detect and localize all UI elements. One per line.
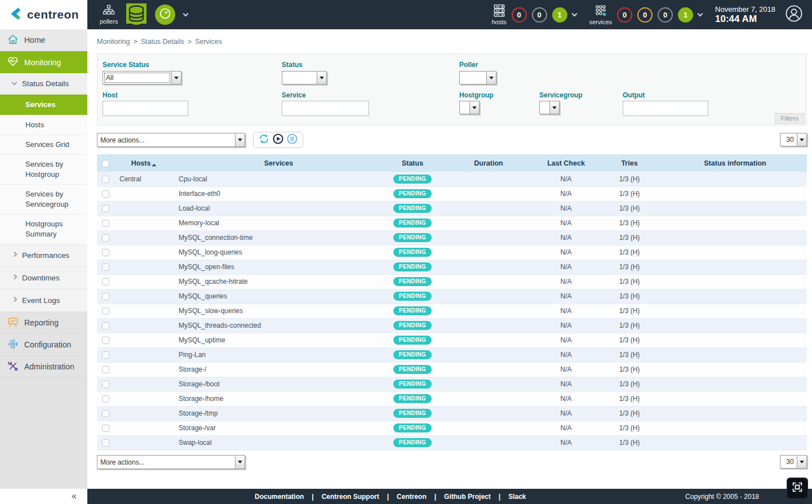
sidebar-item-services-by-servicegroup[interactable]: Services by Servicegroup xyxy=(0,185,87,215)
page-size-select-bottom[interactable]: 30 xyxy=(780,455,807,469)
host-name-cell[interactable] xyxy=(114,245,173,260)
service-name-cell[interactable]: MySQL_slow-queries xyxy=(173,304,384,318)
service-name-cell[interactable]: Storage-/var xyxy=(173,421,384,435)
play-icon[interactable] xyxy=(272,133,284,147)
sidebar-item-monitoring[interactable]: Monitoring xyxy=(0,51,87,73)
row-checkbox[interactable] xyxy=(102,205,109,212)
services-counter-red[interactable]: 0 xyxy=(617,7,632,23)
footer-link[interactable]: Github Project xyxy=(444,493,491,501)
service-name-cell[interactable]: Interface-eth0 xyxy=(173,186,384,201)
service-name-cell[interactable]: Storage-/boot xyxy=(173,377,384,391)
service-name-cell[interactable]: MySQL_connection-time xyxy=(173,230,384,245)
service-name-cell[interactable]: MySQL_uptime xyxy=(173,333,384,347)
service-name-cell[interactable]: MySQL_qcache-hitrate xyxy=(173,274,384,289)
host-name-cell[interactable] xyxy=(114,406,173,421)
filters-button[interactable]: Filters xyxy=(775,113,805,124)
refresh-icon[interactable] xyxy=(258,133,270,147)
service-name-cell[interactable]: Storage-/ xyxy=(173,362,384,377)
row-checkbox[interactable] xyxy=(102,307,109,315)
host-name-cell[interactable] xyxy=(114,274,173,289)
sidebar-item-services-by-hostgroup[interactable]: Services by Hostgroup xyxy=(0,155,87,185)
sidebar-item-performances[interactable]: Performances xyxy=(0,244,87,267)
services-menu[interactable]: services xyxy=(589,4,612,25)
host-name-cell[interactable] xyxy=(114,362,173,377)
host-name-cell[interactable] xyxy=(114,260,173,274)
footer-link[interactable]: Documentation xyxy=(255,493,304,501)
service-name-cell[interactable]: Cpu-local xyxy=(173,172,384,186)
header-services[interactable]: Services xyxy=(173,154,384,172)
row-checkbox[interactable] xyxy=(102,439,109,447)
host-input[interactable] xyxy=(103,101,188,116)
hosts-menu[interactable]: hosts xyxy=(491,4,506,25)
poller-gauge-button[interactable] xyxy=(155,5,175,25)
row-checkbox[interactable] xyxy=(102,234,109,242)
footer-link[interactable]: Centreon xyxy=(397,493,427,501)
header-status-information[interactable]: Status information xyxy=(663,154,807,172)
row-checkbox[interactable] xyxy=(102,410,109,417)
row-checkbox[interactable] xyxy=(102,278,109,286)
status-select[interactable] xyxy=(282,71,327,84)
database-status-button[interactable] xyxy=(126,5,147,25)
service-name-cell[interactable]: Load-local xyxy=(173,201,384,216)
sidebar-item-event-logs[interactable]: Event Logs xyxy=(0,289,87,312)
host-name-cell[interactable] xyxy=(114,377,173,391)
service-name-cell[interactable]: Swap-local xyxy=(173,435,384,450)
host-name-cell[interactable] xyxy=(114,421,173,435)
row-checkbox[interactable] xyxy=(102,322,109,329)
sidebar-item-hosts[interactable]: Hosts xyxy=(0,115,87,135)
row-checkbox[interactable] xyxy=(102,176,109,183)
servicegroup-select[interactable] xyxy=(539,101,560,114)
row-checkbox[interactable] xyxy=(102,366,109,373)
row-checkbox[interactable] xyxy=(102,220,109,227)
sidebar-item-status-details[interactable]: Status Details xyxy=(0,73,87,95)
host-name-cell[interactable] xyxy=(114,289,173,304)
row-checkbox[interactable] xyxy=(102,264,109,271)
sidebar-item-services-grid[interactable]: Services Grid xyxy=(0,135,87,155)
more-actions-select-bottom[interactable]: More actions... xyxy=(97,455,245,469)
sidebar-item-configuration[interactable]: Configuration xyxy=(0,334,87,356)
hosts-counter-gray[interactable]: 0 xyxy=(532,7,547,23)
breadcrumb-item[interactable]: Status Details xyxy=(141,38,184,46)
sidebar-item-hostgroups-summary[interactable]: Hostgroups Summary xyxy=(0,215,87,244)
output-input[interactable] xyxy=(623,101,708,116)
host-name-cell[interactable] xyxy=(114,230,173,245)
row-checkbox[interactable] xyxy=(102,190,109,198)
row-checkbox[interactable] xyxy=(102,337,109,344)
select-all-checkbox[interactable] xyxy=(102,160,109,167)
services-chevron-down-icon[interactable] xyxy=(698,11,703,16)
host-name-cell[interactable] xyxy=(114,391,173,406)
host-name-cell[interactable] xyxy=(114,347,173,362)
header-last-check[interactable]: Last Check xyxy=(536,154,596,172)
service-name-cell[interactable]: Memory-local xyxy=(173,216,384,230)
row-checkbox[interactable] xyxy=(102,381,109,388)
footer-link[interactable]: Slack xyxy=(508,493,526,501)
pollers-chevron-down-icon[interactable] xyxy=(183,11,189,16)
row-checkbox[interactable] xyxy=(102,351,109,359)
header-tries[interactable]: Tries xyxy=(596,154,663,172)
breadcrumb-item[interactable]: Services xyxy=(195,38,222,46)
sidebar-collapse-button[interactable]: « xyxy=(72,491,77,501)
hosts-chevron-down-icon[interactable] xyxy=(571,11,577,16)
header-status[interactable]: Status xyxy=(384,154,441,172)
service-name-cell[interactable]: Storage-/tmp xyxy=(173,406,384,421)
service-name-cell[interactable]: MySQL_open-files xyxy=(173,260,384,274)
host-name-cell[interactable] xyxy=(114,186,173,201)
row-checkbox[interactable] xyxy=(102,249,109,256)
user-avatar[interactable] xyxy=(785,5,803,25)
row-checkbox[interactable] xyxy=(102,425,109,432)
page-size-select[interactable]: 30 xyxy=(780,133,807,146)
row-checkbox[interactable] xyxy=(102,395,109,403)
fullscreen-button[interactable] xyxy=(787,478,807,498)
hostgroup-select[interactable] xyxy=(459,101,480,114)
more-actions-select[interactable]: More actions... xyxy=(97,133,245,147)
poller-select[interactable] xyxy=(459,71,496,84)
host-name-cell[interactable]: Central xyxy=(114,172,173,186)
service-name-cell[interactable]: MySQL_threads-connected xyxy=(173,318,384,333)
hosts-counter-green[interactable]: 1 xyxy=(552,7,567,23)
sidebar-item-services[interactable]: Services xyxy=(0,95,87,115)
service-name-cell[interactable]: Storage-/home xyxy=(173,391,384,406)
service-name-cell[interactable]: MySQL_long-queries xyxy=(173,245,384,260)
breadcrumb-item[interactable]: Monitoring xyxy=(97,38,130,46)
service-status-select[interactable]: All xyxy=(103,71,181,84)
pause-icon[interactable] xyxy=(286,133,298,147)
